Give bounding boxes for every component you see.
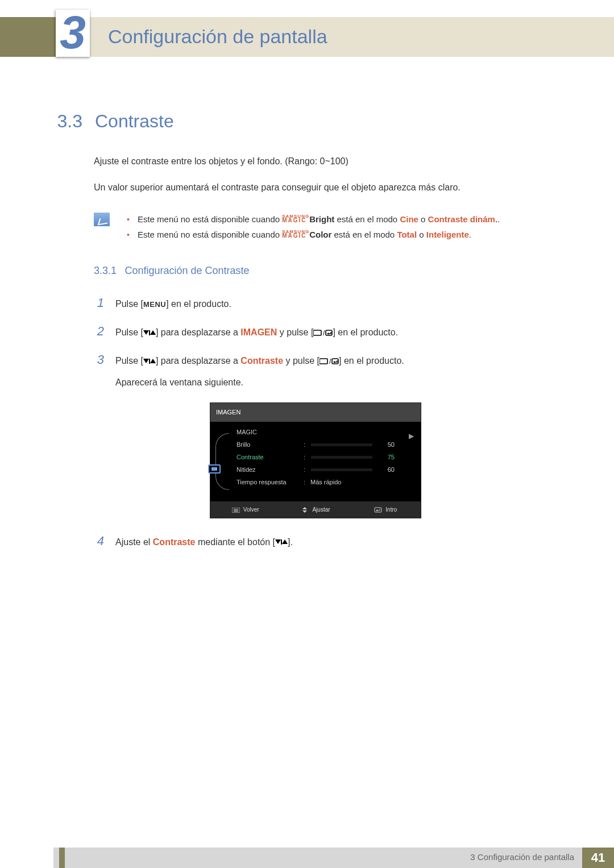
adjust-arrows-icon	[301, 504, 309, 515]
menu-icon	[232, 504, 240, 515]
osd-row-brillo: Brillo : 50	[234, 439, 417, 451]
step-2-mid2: y pulse [	[277, 327, 313, 337]
osd-colon: :	[304, 451, 306, 463]
osd-value-contraste: 75	[377, 451, 395, 463]
header-accent-left	[0, 17, 56, 57]
page-number: 41	[582, 848, 614, 868]
step-3-body: Pulse [] para desplazarse a Contraste y …	[115, 352, 563, 392]
osd-label-contraste: Contraste	[237, 451, 299, 463]
intro-line-2: Un valor superior aumentará el contraste…	[94, 181, 563, 194]
page-footer: 3 Configuración de pantalla 41	[0, 848, 614, 868]
osd-footer-volver: Volver	[210, 501, 280, 518]
note-item-2: • Este menú no está disponible cuando SA…	[127, 227, 500, 242]
subsection-number: 3.3.1	[94, 265, 117, 276]
subsection-heading: 3.3.1 Configuración de Contraste	[94, 265, 563, 277]
note-2-feature: Color	[309, 230, 331, 239]
svg-rect-3	[313, 330, 321, 335]
chapter-title: Configuración de pantalla	[108, 26, 327, 48]
step-3-sub: Aparecerá la ventana siguiente.	[115, 374, 563, 391]
svg-rect-8	[149, 359, 150, 364]
note-1-text: Este menú no está disponible cuando SAMS…	[138, 211, 500, 227]
svg-marker-9	[150, 359, 156, 363]
step-1: 1 Pulse [MENU] en el producto.	[94, 291, 563, 315]
page-root: 3 Configuración de pantalla 3.3 Contrast…	[0, 0, 614, 868]
step-number: 4	[94, 529, 104, 553]
note-1-pre: Este menú no está disponible cuando	[138, 214, 282, 224]
osd-tab-picture-icon	[208, 464, 221, 474]
step-2-body: Pulse [] para desplazarse a IMAGEN y pul…	[115, 324, 563, 341]
note-2-pre: Este menú no está disponible cuando	[138, 230, 282, 239]
osd-tab-curve	[215, 433, 229, 490]
enter-icon	[374, 504, 382, 515]
step-3-pre: Pulse [	[115, 356, 143, 366]
step-4-pre: Ajuste el	[115, 537, 153, 547]
step-2-mid1: ] para desplazarse a	[156, 327, 240, 337]
section-title: Contraste	[95, 111, 174, 132]
step-3-mid2: y pulse [	[283, 356, 320, 366]
osd-footer-intro-label: Intro	[385, 504, 397, 515]
down-up-arrow-icon	[143, 330, 156, 336]
osd-title: IMAGEN	[210, 403, 421, 422]
section-heading: 3.3 Contraste	[51, 111, 563, 132]
rect-enter-icon: /	[320, 358, 339, 365]
step-2: 2 Pulse [] para desplazarse a IMAGEN y p…	[94, 319, 563, 343]
note-block: • Este menú no está disponible cuando SA…	[94, 211, 563, 242]
osd-bar-contraste	[310, 455, 373, 459]
osd-label-tiempo: Tiempo respuesta	[237, 476, 299, 488]
step-3: 3 Pulse [] para desplazarse a Contraste …	[94, 348, 563, 392]
osd-footer-intro: Intro	[351, 501, 421, 518]
step-2-target: IMAGEN	[240, 327, 277, 337]
note-2-mode2: Inteligente	[426, 230, 469, 239]
intro-line-1: Ajuste el contraste entre los objetos y …	[94, 155, 563, 168]
step-number: 3	[94, 348, 104, 372]
step-4-mid: mediante el botón [	[196, 537, 276, 547]
svg-text:/: /	[329, 358, 331, 365]
osd-submenu-arrow-icon: ▶	[409, 430, 414, 443]
footer-accent	[59, 848, 65, 868]
osd-bar-brillo	[310, 443, 373, 447]
svg-marker-13	[333, 361, 335, 363]
osd-preview: IMAGEN ▶ MAGIC	[210, 403, 563, 518]
samsung-magic-logo: SAMSUNGMAGIC	[282, 215, 309, 223]
osd-colon: :	[304, 439, 306, 451]
note-1-end: .	[497, 214, 500, 224]
svg-marker-0	[143, 330, 149, 335]
step-number: 2	[94, 319, 104, 343]
svg-marker-22	[275, 539, 281, 544]
step-3-post: ] en el producto.	[339, 356, 404, 366]
osd-row-contraste: Contraste : 75	[234, 451, 417, 464]
note-2-mode1: Total	[397, 230, 417, 239]
osd-footer-volver-label: Volver	[243, 504, 259, 515]
step-2-post: ] en el producto.	[333, 327, 398, 337]
note-1-mode1: Cine	[400, 214, 418, 224]
step-4-target: Contraste	[153, 537, 196, 547]
note-1-feature: Bright	[309, 214, 334, 224]
note-list: • Este menú no está disponible cuando SA…	[127, 211, 500, 242]
osd-label-magic: MAGIC	[237, 426, 299, 438]
note-2-mid: está en el modo	[331, 230, 397, 239]
note-icon	[94, 213, 110, 226]
step-4-post: ].	[288, 537, 293, 547]
down-up-arrow-icon	[143, 359, 156, 364]
chapter-number: 3	[60, 9, 86, 56]
svg-marker-21	[376, 509, 377, 512]
osd-tab-rail	[214, 433, 231, 490]
svg-rect-1	[149, 330, 150, 335]
osd-bar-nitidez	[310, 468, 373, 472]
header-band: 3 Configuración de pantalla	[0, 0, 614, 55]
note-2-text: Este menú no está disponible cuando SAMS…	[138, 227, 471, 242]
steps-list: 1 Pulse [MENU] en el producto. 2 Pulse […	[94, 291, 563, 553]
note-1-mid: está en el modo	[334, 214, 400, 224]
osd-row-magic: MAGIC	[234, 426, 417, 439]
step-4: 4 Ajuste el Contraste mediante el botón …	[94, 529, 563, 553]
osd-window: IMAGEN ▶ MAGIC	[210, 403, 421, 518]
step-1-pre: Pulse [	[115, 299, 143, 309]
note-2-or: o	[417, 230, 426, 239]
osd-row-nitidez: Nitidez : 60	[234, 464, 417, 476]
content-area: 3.3 Contraste Ajuste el contraste entre …	[51, 111, 563, 557]
osd-label-nitidez: Nitidez	[237, 464, 299, 476]
rect-enter-icon: /	[313, 330, 333, 337]
samsung-magic-logo: SAMSUNGMAGIC	[282, 230, 309, 238]
note-item-1: • Este menú no está disponible cuando SA…	[127, 211, 500, 227]
step-number: 1	[94, 291, 104, 315]
